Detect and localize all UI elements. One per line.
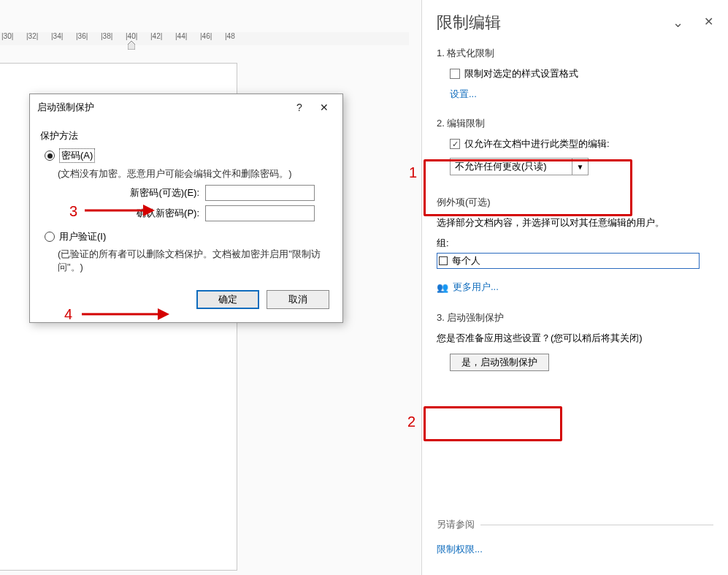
restrict-editing-panel: 限制编辑 ⌄ ✕ 1. 格式化限制 限制对选定的样式设置格式 设置... 2. … xyxy=(421,0,728,575)
section-3-title: 3. 启动强制保护 xyxy=(437,311,713,324)
groups-label: 组: xyxy=(437,237,713,250)
radio-icon xyxy=(45,232,55,242)
section-1-title: 1. 格式化限制 xyxy=(437,47,713,60)
start-enforcement-dialog: 启动强制保护 ? ✕ 保护方法 密码(A) (文档没有加密。恶意用户可能会编辑文… xyxy=(29,94,343,323)
section-2-title: 2. 编辑限制 xyxy=(437,117,713,130)
checkbox-icon xyxy=(450,139,460,149)
panel-title: 限制编辑 xyxy=(437,12,673,34)
confirm-password-input[interactable] xyxy=(205,205,315,221)
users-icon: 👥 xyxy=(437,282,448,293)
dropdown-value: 不允许任何更改(只读) xyxy=(451,159,572,175)
cancel-button[interactable]: 取消 xyxy=(267,290,329,309)
group-everyone-item[interactable]: 每个人 xyxy=(437,254,699,268)
ruler-mark: |38| xyxy=(101,32,126,45)
checkbox-icon xyxy=(450,69,460,79)
dialog-title: 启动强制保护 xyxy=(37,101,287,114)
confirm-password-label: 确认新密码(P): xyxy=(137,207,199,220)
chevron-down-icon: ▼ xyxy=(572,159,588,175)
ruler-mark: |44| xyxy=(175,32,200,45)
editing-restriction-label: 仅允许在文档中进行此类型的编辑: xyxy=(464,137,610,151)
new-password-label: 新密码(可选)(E): xyxy=(130,186,199,199)
userauth-hint: (已验证的所有者可以删除文档保护。文档被加密并启用"限制访问"。) xyxy=(58,248,332,274)
enforce-button-label: 是，启动强制保护 xyxy=(461,356,537,369)
more-users-label: 更多用户... xyxy=(453,281,499,294)
ruler-mark: |34| xyxy=(51,32,76,45)
ruler: |30| |32| |34| |36| |38| |40| |42| |44| … xyxy=(0,32,409,45)
radio-password[interactable]: 密码(A) xyxy=(45,148,332,163)
ruler-mark: |36| xyxy=(76,32,101,45)
exceptions-help: 选择部分文档内容，并选择可以对其任意编辑的用户。 xyxy=(437,216,713,229)
format-restriction-label: 限制对选定的样式设置格式 xyxy=(464,67,578,80)
settings-link[interactable]: 设置... xyxy=(450,88,477,101)
radio-userauth-label[interactable]: 用户验证(I) xyxy=(59,230,106,243)
groups-listbox[interactable]: 每个人 xyxy=(437,253,700,269)
password-hint: (文档没有加密。恶意用户可能会编辑文件和删除密码。) xyxy=(58,167,332,180)
exceptions-title: 例外项(可选) xyxy=(437,196,713,209)
ok-button[interactable]: 确定 xyxy=(196,290,259,309)
new-password-input[interactable] xyxy=(205,185,315,201)
ruler-mark: |48 xyxy=(225,32,250,45)
editing-type-dropdown[interactable]: 不允许任何更改(只读) ▼ xyxy=(450,158,589,175)
ruler-mark: |42| xyxy=(150,32,175,45)
annotation-number-1: 1 xyxy=(409,164,417,181)
section-3-help: 您是否准备应用这些设置？(您可以稍后将其关闭) xyxy=(437,332,713,345)
restrict-permission-link[interactable]: 限制权限... xyxy=(437,543,483,556)
group-everyone-label: 每个人 xyxy=(452,254,480,267)
close-icon[interactable]: ✕ xyxy=(704,15,713,31)
indent-marker-icon[interactable] xyxy=(128,41,135,48)
radio-icon xyxy=(45,151,55,161)
chevron-down-icon[interactable]: ⌄ xyxy=(673,15,683,31)
ruler-mark: |32| xyxy=(26,32,51,45)
more-users-link[interactable]: 👥 更多用户... xyxy=(437,281,713,294)
enforce-protection-button[interactable]: 是，启动强制保护 xyxy=(450,354,549,371)
radio-password-label: 密码(A) xyxy=(59,148,95,163)
see-also-title: 另请参阅 xyxy=(437,519,480,530)
ok-button-label: 确定 xyxy=(218,293,237,306)
dialog-help-button[interactable]: ? xyxy=(287,99,312,116)
dialog-close-button[interactable]: ✕ xyxy=(312,99,337,116)
cancel-button-label: 取消 xyxy=(288,293,307,306)
editing-restriction-checkbox[interactable]: 仅允许在文档中进行此类型的编辑: xyxy=(450,137,713,151)
checkbox-icon xyxy=(439,256,448,265)
svg-marker-0 xyxy=(128,41,135,50)
protection-method-label: 保护方法 xyxy=(40,129,332,142)
ruler-mark: |30| xyxy=(1,32,26,45)
format-restriction-checkbox[interactable]: 限制对选定的样式设置格式 xyxy=(450,67,713,80)
ruler-mark: |46| xyxy=(200,32,225,45)
annotation-number-2: 2 xyxy=(407,414,415,430)
